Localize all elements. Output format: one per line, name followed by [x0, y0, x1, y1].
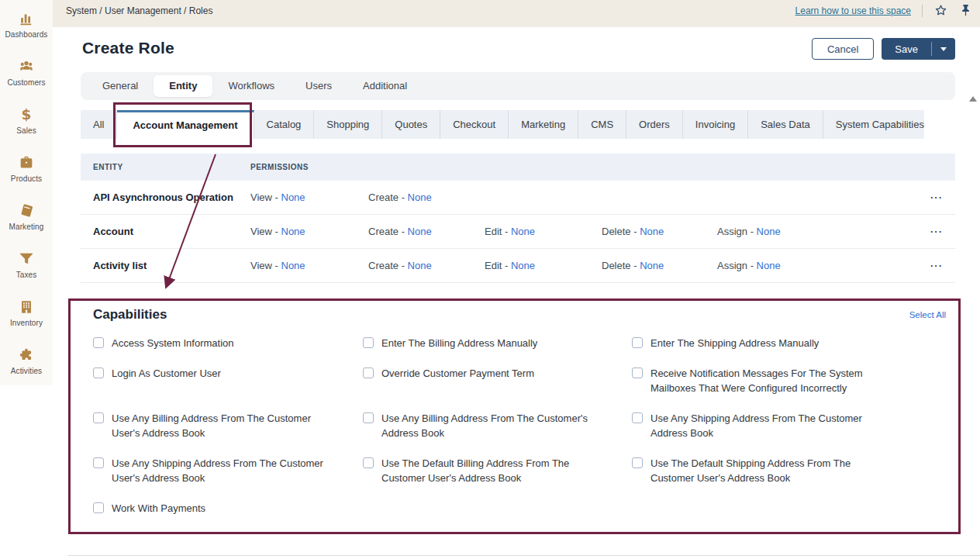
capability-item[interactable]: Use Any Billing Address From The Custome… — [93, 411, 363, 440]
entity-name: Account — [93, 215, 133, 249]
capability-checkbox[interactable] — [93, 457, 104, 468]
table-header: ENTITY PERMISSIONS — [81, 154, 955, 181]
sidebar-item-marketing[interactable]: Marketing — [0, 192, 53, 240]
capability-item[interactable]: Login As Customer User — [93, 366, 363, 381]
permission-create: Create - None — [368, 249, 432, 283]
sidebar-item-customers[interactable]: Customers — [0, 48, 53, 96]
row-actions-icon[interactable]: ··· — [930, 249, 943, 283]
capability-checkbox[interactable] — [632, 457, 643, 468]
permission-value-link[interactable]: None — [640, 226, 664, 237]
save-button[interactable]: Save — [882, 38, 931, 60]
capability-item[interactable]: Enter The Shipping Address Manually — [632, 336, 946, 350]
category-tab-checkout[interactable]: Checkout — [440, 110, 509, 139]
permission-value-link[interactable]: None — [408, 226, 432, 237]
permission-value-link[interactable]: None — [757, 226, 781, 237]
learn-link[interactable]: Learn how to use this space — [795, 5, 911, 16]
category-tab-account-management[interactable]: Account Management — [117, 110, 254, 139]
permission-value-link[interactable]: None — [511, 260, 535, 271]
permission-edit: Edit - None — [485, 215, 535, 249]
tab-entity[interactable]: Entity — [154, 75, 212, 97]
capability-item[interactable]: Use The Default Shipping Address From Th… — [632, 456, 946, 485]
capability-item[interactable]: Enter The Billing Address Manually — [363, 336, 632, 350]
capability-checkbox[interactable] — [93, 502, 104, 513]
permission-value-link[interactable]: None — [281, 226, 305, 237]
select-all-link[interactable]: Select All — [909, 310, 946, 319]
sidebar-item-inventory[interactable]: Inventory — [0, 288, 53, 336]
permission-value-link[interactable]: None — [408, 260, 432, 271]
capability-checkbox[interactable] — [363, 367, 374, 378]
svg-text:$: $ — [22, 106, 32, 122]
sidebar-item-label: Products — [11, 174, 42, 183]
row-actions-icon[interactable]: ··· — [930, 215, 943, 249]
save-dropdown-button[interactable] — [932, 38, 955, 60]
permissions-column-header: PERMISSIONS — [250, 154, 309, 181]
sidebar-item-activities[interactable]: Activities — [0, 336, 53, 385]
permission-value-link[interactable]: None — [757, 260, 781, 271]
permission-value-link[interactable]: None — [511, 226, 535, 237]
sidebar-item-label: Inventory — [10, 319, 43, 327]
permission-value-link[interactable]: None — [408, 192, 432, 203]
favorite-star-icon[interactable] — [933, 4, 947, 18]
sidebar-item-label: Activities — [11, 367, 42, 375]
sidebar-item-sales[interactable]: $Sales — [0, 96, 53, 144]
capability-item[interactable]: Access System Information — [93, 336, 363, 350]
bottom-divider — [68, 555, 980, 556]
capability-item[interactable]: Use The Default Billing Address From The… — [363, 456, 632, 485]
capability-checkbox[interactable] — [363, 412, 374, 423]
capability-item[interactable]: Use Any Shipping Address From The Custom… — [93, 456, 363, 485]
capability-item[interactable]: Override Customer Payment Term — [363, 366, 632, 381]
category-tab-shopping[interactable]: Shopping — [314, 110, 382, 139]
funnel-icon — [17, 250, 36, 268]
sidebar-item-label: Marketing — [9, 223, 44, 231]
sidebar-item-dashboards[interactable]: Dashboards — [0, 0, 53, 48]
capability-item[interactable]: Use Any Billing Address From The Custome… — [363, 411, 632, 440]
capability-item[interactable]: Receive Notification Messages For The Sy… — [632, 366, 946, 395]
permission-assign: Assign - None — [717, 215, 781, 249]
tab-users[interactable]: Users — [290, 75, 347, 97]
tab-workflows[interactable]: Workflows — [212, 75, 290, 97]
category-tab-invoicing[interactable]: Invoicing — [683, 110, 748, 139]
tab-additional[interactable]: Additional — [347, 75, 423, 97]
scrollbar-up-arrow-icon[interactable] — [969, 96, 977, 102]
capabilities-title: Capabilities — [93, 307, 167, 323]
sidebar-item-taxes[interactable]: Taxes — [0, 240, 53, 288]
sidebar-item-label: Dashboards — [5, 30, 48, 39]
entity-category-tabs: AllAccount ManagementCatalogShoppingQuot… — [81, 110, 924, 139]
page-title: Create Role — [82, 36, 174, 57]
entity-name: API Asynchronous Operation — [93, 181, 233, 215]
capability-label: Use Any Billing Address From The Custome… — [381, 411, 606, 440]
sidebar-item-products[interactable]: Products — [0, 144, 53, 192]
category-tab-quotes[interactable]: Quotes — [382, 110, 440, 139]
tab-general[interactable]: General — [87, 75, 154, 97]
category-tab-system-capabilities[interactable]: System Capabilities — [823, 110, 937, 139]
category-tab-marketing[interactable]: Marketing — [509, 110, 578, 139]
capability-checkbox[interactable] — [93, 412, 104, 423]
capability-checkbox[interactable] — [632, 412, 643, 423]
capability-checkbox[interactable] — [363, 457, 374, 468]
category-tab-sales-data[interactable]: Sales Data — [748, 110, 823, 139]
capability-checkbox[interactable] — [93, 337, 104, 348]
chevron-down-icon — [940, 47, 947, 51]
entity-column-header: ENTITY — [93, 154, 123, 181]
permission-value-link[interactable]: None — [640, 260, 664, 271]
category-tab-catalog[interactable]: Catalog — [254, 110, 315, 139]
pin-icon[interactable] — [958, 4, 972, 18]
permission-value-link[interactable]: None — [281, 260, 305, 271]
category-tab-cms[interactable]: CMS — [578, 110, 626, 139]
permission-view: View - None — [250, 181, 305, 215]
cancel-button[interactable]: Cancel — [812, 38, 874, 60]
category-tab-orders[interactable]: Orders — [626, 110, 683, 139]
puzzle-icon — [17, 346, 36, 364]
permission-value-link[interactable]: None — [281, 192, 305, 203]
sidebar-item-label: Sales — [16, 126, 36, 135]
row-actions-icon[interactable]: ··· — [930, 181, 943, 215]
capability-checkbox[interactable] — [363, 337, 374, 348]
capability-checkbox[interactable] — [632, 337, 643, 348]
capability-checkbox[interactable] — [632, 367, 643, 378]
category-tab-all[interactable]: All — [81, 110, 117, 139]
book-icon — [17, 202, 36, 220]
capability-item[interactable]: Use Any Shipping Address From The Custom… — [632, 411, 946, 440]
capability-checkbox[interactable] — [93, 367, 104, 378]
capability-item[interactable]: Work With Payments — [93, 501, 363, 516]
breadcrumb: System / User Management / Roles — [66, 5, 212, 16]
